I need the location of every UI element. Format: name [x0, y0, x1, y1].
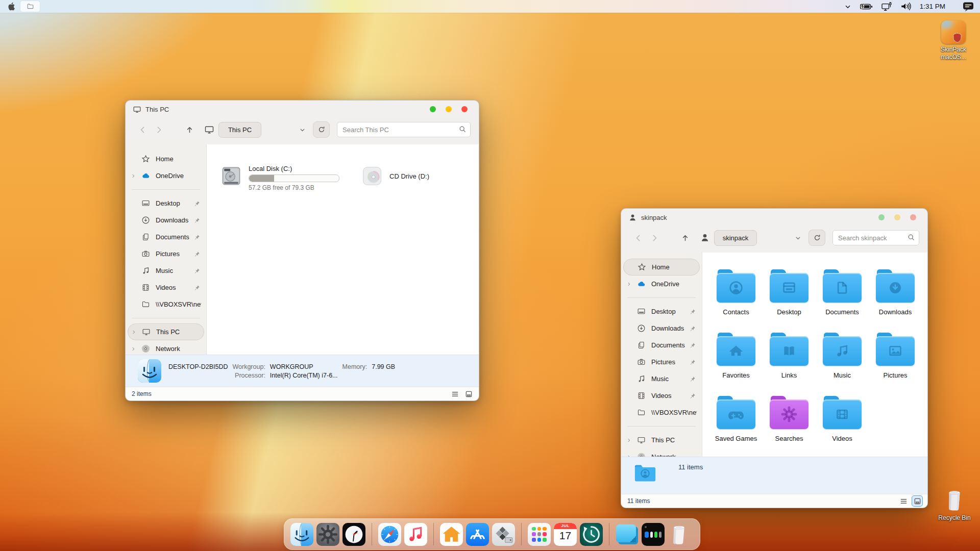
breadcrumb[interactable]: skinpack: [714, 230, 757, 246]
sidebar-item-downloads[interactable]: Downloads: [128, 212, 204, 229]
sidebar-item-pictures[interactable]: Pictures: [623, 354, 700, 370]
apple-menu-icon[interactable]: [7, 2, 15, 11]
sidebar-item-pictures[interactable]: Pictures: [128, 245, 204, 262]
sidebar-item-this-pc[interactable]: This PC: [623, 432, 700, 448]
up-button[interactable]: [678, 231, 692, 244]
dock-finder-icon[interactable]: [290, 523, 313, 546]
drive-item-cd-drive-d[interactable]: CD Drive (D:): [361, 165, 429, 187]
sidebar-item-network[interactable]: Network: [623, 448, 700, 457]
chevron-right-icon[interactable]: [131, 330, 139, 335]
refresh-button[interactable]: [808, 230, 825, 246]
dock-system-settings-icon[interactable]: [316, 523, 339, 546]
back-button[interactable]: [136, 123, 149, 136]
sidebar-item-music[interactable]: Music: [128, 262, 204, 279]
dock-clock-icon[interactable]: [342, 523, 365, 546]
sidebar-divider: [627, 297, 696, 298]
forward-button[interactable]: [152, 123, 165, 136]
sidebar-item-onedrive[interactable]: OneDrive: [128, 167, 204, 184]
desktop-icon-recycle-bin[interactable]: Recycle Bin: [932, 488, 977, 522]
folder-item-documents[interactable]: Documents: [816, 269, 869, 316]
forward-button[interactable]: [648, 231, 661, 244]
chevron-right-icon[interactable]: [131, 173, 138, 179]
dock-launchpad-icon[interactable]: [528, 523, 551, 546]
traffic-red-button[interactable]: [910, 214, 916, 220]
title-bar[interactable]: This PC: [126, 101, 479, 118]
traffic-red-button[interactable]: [461, 106, 468, 112]
traffic-green-button[interactable]: [878, 214, 885, 220]
clock-time[interactable]: 1:31 PM: [920, 3, 945, 10]
large-icons-view-button[interactable]: [463, 389, 474, 399]
dock-safari-icon[interactable]: [378, 523, 401, 546]
folder-item-contacts[interactable]: Contacts: [709, 269, 763, 316]
drive-item-local-disk-c[interactable]: Local Disk (C:)57.2 GB free of 79.3 GB: [220, 165, 339, 191]
dock-theme-panel-icon[interactable]: [642, 523, 665, 546]
volume-icon[interactable]: [900, 2, 912, 11]
traffic-yellow-button[interactable]: [446, 106, 452, 112]
noteglyph-glyph-icon: [823, 336, 862, 366]
sidebar-item-onedrive[interactable]: OneDrive: [623, 276, 700, 292]
file-list-area[interactable]: ContactsDesktopDocumentsDownloadsFavorit…: [702, 253, 927, 457]
chevron-right-icon[interactable]: [131, 346, 138, 352]
dock-calendar-icon[interactable]: JUL17: [554, 523, 577, 546]
sidebar-item-label: Desktop: [156, 199, 193, 207]
refresh-button[interactable]: [313, 121, 330, 138]
cd-icon: [361, 165, 383, 187]
traffic-green-button[interactable]: [430, 106, 436, 112]
dock-music-icon[interactable]: [404, 523, 427, 546]
sidebar-item-home[interactable]: Home: [128, 151, 204, 167]
sidebar-item-documents[interactable]: Documents: [128, 229, 204, 245]
dock-bootcamp-icon[interactable]: [492, 523, 515, 546]
search-input[interactable]: [832, 230, 919, 245]
sidebar-item-documents[interactable]: Documents: [623, 337, 700, 354]
chat-icon[interactable]: [963, 2, 974, 12]
active-app-finder-button[interactable]: [20, 1, 40, 12]
dock-time-machine-icon[interactable]: [580, 523, 603, 546]
traffic-yellow-button[interactable]: [894, 214, 900, 220]
sidebar-item-vboxsvr[interactable]: \\VBOXSVR\new: [623, 404, 700, 421]
sidebar-item-this-pc[interactable]: This PC: [128, 323, 204, 340]
folder-item-searches[interactable]: Searches: [763, 395, 816, 442]
up-button[interactable]: [183, 123, 196, 136]
folder-item-links[interactable]: Links: [763, 332, 816, 379]
dock-stickies-icon[interactable]: [616, 523, 639, 546]
folder-item-downloads[interactable]: Downloads: [869, 269, 922, 316]
chevron-right-icon[interactable]: [626, 282, 634, 287]
dock-app-store-icon[interactable]: [466, 523, 489, 546]
file-list-area[interactable]: Local Disk (C:)57.2 GB free of 79.3 GBCD…: [207, 144, 479, 355]
battery-charging-icon[interactable]: [860, 3, 873, 10]
sidebar-item-home[interactable]: Home: [623, 259, 700, 276]
search-input[interactable]: [337, 122, 471, 137]
dock-home-icon[interactable]: [440, 523, 463, 546]
details-view-button[interactable]: [898, 496, 909, 506]
sidebar-item-desktop[interactable]: Desktop: [623, 303, 700, 320]
sidebar-item-videos[interactable]: Videos: [623, 387, 700, 404]
folder-item-videos[interactable]: Videos: [816, 395, 869, 442]
chevron-right-icon[interactable]: [626, 455, 634, 457]
chevron-down-icon[interactable]: [299, 127, 306, 133]
folder-item-favorites[interactable]: Favorites: [709, 332, 763, 379]
sidebar-item-videos[interactable]: Videos: [128, 279, 204, 296]
breadcrumb[interactable]: This PC: [218, 122, 261, 138]
tray-chevron-down-icon[interactable]: [844, 3, 851, 10]
network-display-icon[interactable]: [881, 2, 892, 11]
dock-trash-icon[interactable]: [668, 523, 691, 546]
chevron-right-icon[interactable]: [626, 438, 634, 443]
folder-item-desktop[interactable]: Desktop: [763, 269, 816, 316]
download-icon: [637, 324, 647, 333]
sidebar-item-desktop[interactable]: Desktop: [128, 195, 204, 212]
back-button[interactable]: [631, 231, 645, 244]
title-bar[interactable]: skinpack: [621, 209, 927, 226]
sidebar-item-network[interactable]: Network: [128, 340, 204, 355]
large-icons-view-button[interactable]: [912, 496, 922, 506]
chevron-down-icon[interactable]: [795, 235, 801, 241]
details-view-button[interactable]: [450, 389, 460, 399]
sidebar-item-vboxsvr[interactable]: \\VBOXSVR\new: [128, 296, 204, 313]
folder-item-saved-games[interactable]: Saved Games: [709, 395, 763, 442]
folder-item-music[interactable]: Music: [816, 332, 869, 379]
star-icon: [638, 263, 647, 271]
sidebar-item-downloads[interactable]: Downloads: [623, 320, 700, 337]
folder-item-pictures[interactable]: Pictures: [869, 332, 922, 379]
dock-divider: [433, 523, 434, 545]
desktop-icon-skinpack-installer[interactable]: SkinPack macOS...: [931, 20, 976, 61]
sidebar-item-music[interactable]: Music: [623, 370, 700, 387]
